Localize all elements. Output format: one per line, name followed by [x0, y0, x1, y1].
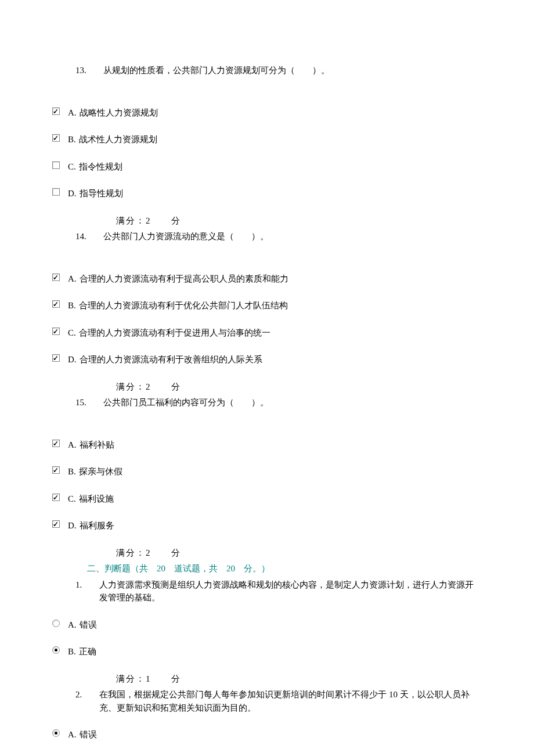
option-row: D. 指导性规划 [52, 187, 482, 200]
question-number: 1. [75, 578, 82, 604]
question-header: 15. 公共部门员工福利的内容可分为（ ）。 [52, 396, 482, 409]
option-text: 合理的人力资源流动有利于改善组织的人际关系 [80, 353, 262, 366]
option-row: A. 战略性人力资源规划 [52, 106, 482, 120]
option-text: 福利补贴 [80, 438, 114, 452]
option-row: A. 福利补贴 [52, 438, 482, 452]
section-header: 二、判断题（共 20 道试题，共 20 分。） [52, 562, 482, 575]
question-number: 2. [75, 688, 82, 714]
judge-question: 1. 人力资源需求预测是组织人力资源战略和规划的核心内容，是制定人力资源计划，进… [52, 578, 482, 604]
option-label: A. [68, 438, 77, 452]
option-row: C. 福利设施 [52, 492, 482, 506]
option-text: 正确 [79, 645, 96, 658]
question-number: 13. [75, 64, 86, 77]
checkbox-icon[interactable] [52, 440, 60, 447]
option-text: 合理的人力资源流动有利于优化公共部门人才队伍结构 [79, 299, 288, 312]
option-label: D. [68, 187, 77, 200]
option-row: A. 错误 [52, 618, 482, 632]
option-row: A. 错误 [52, 728, 482, 741]
option-text: 指令性规划 [79, 160, 122, 174]
option-text: 福利服务 [80, 519, 114, 532]
option-text: 战术性人力资源规划 [79, 133, 157, 146]
question-text: 在我国，根据规定公共部门每人每年参加知识更新培训的时间累计不得少于 10 天，以… [99, 688, 482, 714]
option-label: C. [68, 492, 76, 506]
checkbox-icon[interactable] [52, 300, 60, 308]
question-text: 从规划的性质看，公共部门人力资源规划可分为（ ）。 [103, 66, 330, 75]
judge-question: 2. 在我国，根据规定公共部门每人每年参加知识更新培训的时间累计不得少于 10 … [52, 688, 482, 714]
option-row: C. 合理的人力资源流动有利于促进用人与治事的统一 [52, 326, 482, 340]
question-header: 13. 从规划的性质看，公共部门人力资源规划可分为（ ）。 [52, 64, 482, 77]
checkbox-icon[interactable] [52, 134, 60, 142]
score-label: 满分：1 分 [52, 672, 482, 686]
checkbox-icon[interactable] [52, 107, 60, 115]
option-text: 合理的人力资源流动有利于提高公职人员的素质和能力 [80, 272, 288, 286]
checkbox-icon[interactable] [52, 161, 60, 169]
option-text: 福利设施 [79, 492, 114, 506]
option-row: B. 正确 [52, 645, 482, 658]
option-label: A. [68, 728, 77, 741]
question-number: 14. [75, 230, 86, 243]
score-label: 满分：2 分 [52, 546, 482, 560]
option-label: A. [68, 106, 77, 120]
option-text: 战略性人力资源规划 [80, 106, 158, 120]
option-row: B. 合理的人力资源流动有利于优化公共部门人才队伍结构 [52, 299, 482, 312]
checkbox-icon[interactable] [52, 520, 60, 528]
radio-icon[interactable] [52, 729, 60, 737]
radio-icon[interactable] [52, 646, 60, 654]
checkbox-icon[interactable] [52, 273, 60, 281]
option-row: D. 合理的人力资源流动有利于改善组织的人际关系 [52, 353, 482, 366]
option-row: B. 探亲与休假 [52, 465, 482, 478]
question-text: 人力资源需求预测是组织人力资源战略和规划的核心内容，是制定人力资源计划，进行人力… [99, 578, 482, 604]
question-text: 公共部门员工福利的内容可分为（ ）。 [103, 398, 269, 407]
radio-icon[interactable] [52, 620, 60, 627]
question-text: 公共部门人力资源流动的意义是（ ）。 [103, 232, 269, 241]
score-label: 满分：2 分 [52, 214, 482, 228]
option-row: D. 福利服务 [52, 519, 482, 532]
checkbox-icon[interactable] [52, 327, 60, 335]
option-row: B. 战术性人力资源规划 [52, 133, 482, 146]
option-row: A. 合理的人力资源流动有利于提高公职人员的素质和能力 [52, 272, 482, 286]
option-text: 指导性规划 [80, 187, 123, 200]
option-label: A. [68, 618, 77, 632]
option-label: B. [68, 465, 76, 478]
question-number: 15. [75, 396, 86, 409]
checkbox-icon[interactable] [52, 466, 60, 474]
option-label: C. [68, 326, 76, 340]
checkbox-icon[interactable] [52, 188, 60, 196]
option-label: B. [68, 299, 76, 312]
option-row: C. 指令性规划 [52, 160, 482, 174]
question-header: 14. 公共部门人力资源流动的意义是（ ）。 [52, 230, 482, 243]
option-text: 错误 [80, 618, 97, 632]
checkbox-icon[interactable] [52, 354, 60, 362]
option-text: 探亲与休假 [79, 465, 122, 478]
option-label: D. [68, 353, 77, 366]
option-text: 合理的人力资源流动有利于促进用人与治事的统一 [79, 326, 270, 340]
option-text: 错误 [80, 728, 97, 741]
option-label: A. [68, 272, 77, 286]
option-label: D. [68, 519, 77, 532]
option-label: B. [68, 133, 76, 146]
checkbox-icon[interactable] [52, 494, 60, 501]
score-label: 满分：2 分 [52, 380, 482, 394]
option-label: C. [68, 160, 76, 174]
option-label: B. [68, 645, 76, 658]
